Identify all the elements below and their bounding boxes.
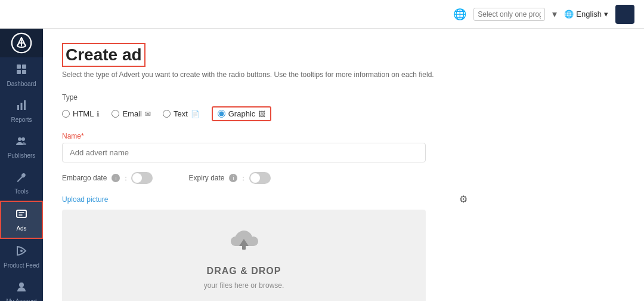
upload-label-text: Upload picture <box>62 195 108 204</box>
email-icon: ✉ <box>145 110 151 118</box>
topbar: 🌐 ▾ 🌐 English ▾ <box>0 0 644 29</box>
page-title: Create ad <box>62 43 145 67</box>
type-text-radio[interactable] <box>163 110 171 118</box>
expiry-info-icon[interactable]: i <box>229 174 237 182</box>
name-field-row: Name* <box>62 132 467 162</box>
reports-icon <box>16 99 27 114</box>
svg-point-11 <box>20 250 23 252</box>
embargo-info-icon[interactable]: i <box>112 174 120 182</box>
embargo-date-label: Embargo date <box>62 174 107 182</box>
language-selector[interactable]: 🌐 English ▾ <box>564 10 608 19</box>
sidebar-item-product-feed[interactable]: Product Feed <box>0 239 43 275</box>
svg-rect-10 <box>17 210 26 217</box>
reports-label: Reports <box>11 116 32 123</box>
page-subtitle: Select the type of Advert you want to cr… <box>62 70 625 79</box>
user-avatar[interactable] <box>615 5 634 24</box>
expiry-date-toggle[interactable] <box>249 172 271 184</box>
svg-rect-4 <box>22 70 26 74</box>
svg-rect-14 <box>242 244 246 250</box>
my-account-icon <box>16 281 27 296</box>
tools-label: Tools <box>14 188 28 195</box>
type-html-label: HTML <box>73 109 94 118</box>
drag-drop-sub-text: your files here or browse. <box>204 281 284 290</box>
graphic-icon: 🖼 <box>258 110 265 118</box>
language-label: English <box>576 10 602 19</box>
svg-point-12 <box>19 282 24 287</box>
svg-rect-3 <box>17 70 21 74</box>
dashboard-label: Dashboard <box>7 81 36 87</box>
type-email-label: Email <box>122 109 142 118</box>
sidebar-item-ads[interactable]: Ads <box>0 201 43 239</box>
upload-cloud-icon <box>227 226 261 261</box>
type-html-radio[interactable] <box>62 110 70 118</box>
sidebar-item-publishers[interactable]: Publishers <box>0 129 43 165</box>
type-label: Type <box>62 93 467 102</box>
dashboard-icon <box>16 63 27 78</box>
publishers-icon <box>16 135 27 150</box>
upload-drop-area[interactable]: DRAG & DROP your files here or browse. <box>62 210 426 301</box>
svg-rect-2 <box>22 64 26 69</box>
required-indicator: * <box>81 132 84 140</box>
create-ad-form: Type HTML ℹ Email ✉ Text <box>62 93 467 301</box>
name-label: Name* <box>62 132 467 140</box>
ads-icon <box>16 208 27 223</box>
product-feed-label: Product Feed <box>4 262 39 269</box>
type-text[interactable]: Text 📄 <box>163 109 200 118</box>
type-graphic[interactable]: Graphic 🖼 <box>212 106 272 121</box>
type-text-label: Text <box>174 109 188 118</box>
svg-rect-5 <box>17 105 19 110</box>
svg-rect-7 <box>24 100 26 110</box>
svg-point-8 <box>18 137 21 141</box>
logo-icon <box>11 32 32 54</box>
type-graphic-radio[interactable] <box>218 110 225 118</box>
my-account-label: My Account <box>6 298 37 301</box>
text-icon: 📄 <box>191 110 200 118</box>
expiry-date-field: Expiry date i : <box>188 172 270 184</box>
tools-icon <box>16 171 27 186</box>
type-email[interactable]: Email ✉ <box>112 109 151 118</box>
sidebar-item-dashboard[interactable]: Dashboard <box>0 57 43 93</box>
drag-drop-text: DRAG & DROP <box>207 266 281 277</box>
embargo-date-field: Embargo date i : <box>62 172 153 184</box>
sidebar-logo[interactable] <box>0 29 43 57</box>
expiry-colon: : <box>242 174 244 182</box>
html-info-icon: ℹ <box>97 110 100 118</box>
type-radio-group: HTML ℹ Email ✉ Text 📄 <box>62 106 467 121</box>
type-email-radio[interactable] <box>112 110 119 118</box>
publishers-label: Publishers <box>8 152 36 159</box>
language-flag-icon: 🌐 <box>564 10 574 19</box>
program-dropdown-icon[interactable]: ▾ <box>552 8 557 20</box>
name-input[interactable] <box>62 143 426 162</box>
sidebar: Dashboard Reports Publishers Tools Ads <box>0 29 43 301</box>
ads-label: Ads <box>16 225 26 232</box>
type-graphic-label: Graphic <box>228 109 256 118</box>
main-content: Create ad Select the type of Advert you … <box>43 29 644 301</box>
svg-point-9 <box>21 137 25 141</box>
svg-rect-6 <box>21 103 23 110</box>
type-html[interactable]: HTML ℹ <box>62 109 100 118</box>
date-row: Embargo date i : Expiry date i : <box>62 172 467 184</box>
upload-label-row: Upload picture ⚙ <box>62 194 467 205</box>
product-feed-icon <box>16 245 27 260</box>
globe-icon: 🌐 <box>453 8 466 21</box>
sidebar-item-reports[interactable]: Reports <box>0 93 43 129</box>
svg-rect-1 <box>17 64 21 69</box>
upload-settings-icon[interactable]: ⚙ <box>459 194 467 205</box>
sidebar-item-my-account[interactable]: My Account <box>0 275 43 301</box>
sidebar-item-tools[interactable]: Tools <box>0 165 43 201</box>
embargo-colon: : <box>125 174 126 182</box>
embargo-date-toggle[interactable] <box>131 172 153 184</box>
program-select-input[interactable] <box>473 8 545 21</box>
expiry-date-label: Expiry date <box>188 174 224 182</box>
language-chevron-icon: ▾ <box>604 10 608 19</box>
